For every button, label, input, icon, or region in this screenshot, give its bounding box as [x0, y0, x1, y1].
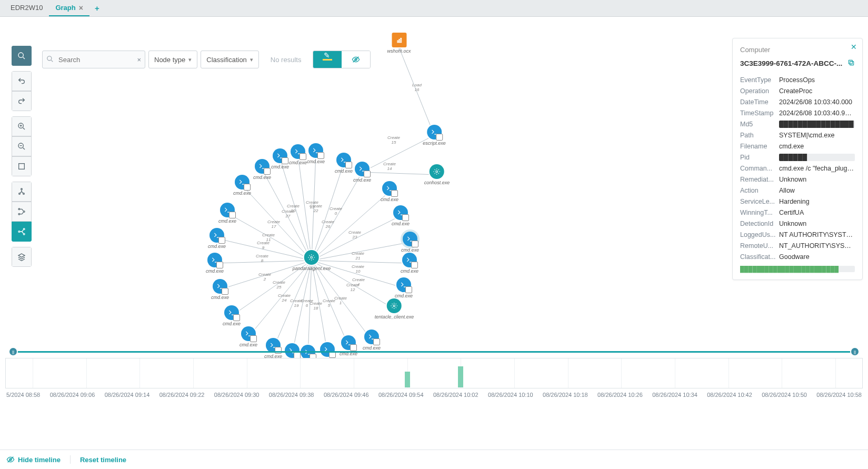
detail-row: RemoteU...NT_AUTHORITY\SYSTEM	[740, 242, 855, 250]
node-label: wshom.ocx	[387, 48, 411, 54]
node-label: pandaraagent.exe	[293, 266, 331, 271]
close-panel-button[interactable]: ✕	[851, 43, 857, 51]
graph-node[interactable]: tentacle_client.exe	[375, 298, 414, 320]
detail-row: DateTime2024/26/08 10:03:40.000	[740, 98, 855, 106]
detail-row: TimeStamp2024/26/08 10:03:40.969492	[740, 109, 855, 117]
hide-timeline-button[interactable]: Hide timeline	[6, 455, 61, 464]
graph-node[interactable]: cmd.exe	[240, 326, 257, 347]
node-label: cmd.exe	[401, 268, 418, 274]
graph-node[interactable]: cmd.exe	[211, 279, 229, 300]
graph-node[interactable]: cmd.exe	[253, 159, 271, 180]
slider-handle-right[interactable]: ||	[850, 347, 860, 356]
edge-label: Create2	[258, 273, 271, 282]
edge-label: Create5	[323, 299, 335, 308]
graph-node[interactable]: cmd.exe	[381, 181, 398, 202]
node-label: cmd.exe	[211, 295, 229, 300]
detail-value: Hardening	[779, 198, 855, 205]
computer-id-value: 3C3E3999-6761-472A-ABCC-...	[740, 59, 842, 67]
graph-node[interactable]: cmd.exe	[401, 232, 419, 253]
detail-row: LoggedUs...NT AUTHORITY\SYSTEM	[740, 231, 855, 238]
details-panel: ✕ Computer 3C3E3999-6761-472A-ABCC-... E…	[732, 38, 863, 280]
node-label: cmd.exe	[392, 221, 410, 226]
detail-key: EventType	[740, 76, 776, 84]
detail-value: ████████████████	[779, 121, 855, 128]
detail-key: Md5	[740, 121, 776, 128]
terminal-icon	[403, 232, 417, 246]
hash-link[interactable]: ████████████████████████	[740, 266, 855, 272]
add-tab-button[interactable]: +	[89, 1, 105, 16]
graph-node[interactable]: cmd.exe	[223, 305, 241, 326]
terminal-icon	[427, 125, 442, 139]
terminal-icon	[308, 143, 323, 158]
node-label: cmd.exe	[218, 218, 236, 224]
detail-row: Pid██████	[740, 154, 855, 161]
tab-edr[interactable]: EDR2W10	[4, 1, 49, 16]
graph-node[interactable]: cmd.exe	[353, 162, 371, 183]
graph-node[interactable]: conhost.exe	[424, 164, 450, 185]
terminal-icon	[241, 326, 256, 341]
graph-node[interactable]: cmd.exe	[218, 203, 236, 224]
detail-key: Comman...	[740, 165, 776, 172]
graph-node[interactable]: cmd.exe	[401, 253, 418, 274]
detail-key: DateTime	[740, 98, 776, 106]
graph-node[interactable]: cmd.exe	[335, 153, 353, 174]
terminal-icon	[209, 228, 224, 243]
gear-icon	[430, 164, 444, 179]
graph-node[interactable]: pandaraagent.exe	[293, 250, 331, 271]
copy-icon[interactable]	[847, 59, 855, 68]
graph-node[interactable]: cmd.exe	[392, 205, 410, 226]
terminal-icon	[396, 277, 411, 292]
graph-node[interactable]: cmd.exe	[208, 228, 226, 249]
node-label: cmd.exe	[223, 321, 241, 326]
detail-key: WinningT...	[740, 209, 776, 216]
detail-value: Allow	[779, 187, 855, 194]
terminal-icon	[355, 162, 370, 176]
node-label: cmd.exe	[335, 168, 353, 174]
terminal-icon	[220, 203, 235, 217]
tick-label: 08/26/2024 09:06	[50, 392, 95, 398]
terminal-icon	[207, 253, 222, 267]
close-icon[interactable]: ×	[79, 4, 83, 12]
edge-label: Load16	[412, 83, 422, 93]
reset-timeline-button[interactable]: Reset timeline	[80, 455, 126, 464]
detail-row: DetectionIdUnknown	[740, 220, 855, 227]
detail-row: ServiceLe...Hardening	[740, 198, 855, 205]
file-icon	[392, 33, 406, 47]
detail-value: Unknown	[779, 176, 855, 183]
edge-label: Create9	[257, 241, 270, 251]
graph-node[interactable]: cmd.exe	[233, 175, 251, 196]
tab-label: EDR2W10	[11, 4, 43, 12]
graph-node[interactable]: wshom.ocx	[387, 33, 411, 54]
tick-label: 08/26/2024 10:26	[597, 392, 643, 398]
node-label: cmd.exe	[395, 293, 413, 298]
tick-label: 08/26/2024 10:10	[488, 392, 533, 398]
edge-label: Create22	[310, 204, 322, 214]
edge-label: Create19	[290, 299, 303, 308]
graph-node[interactable]: cmd.exe	[206, 253, 224, 274]
edge-label: Create21	[352, 252, 364, 261]
button-label: Hide timeline	[18, 456, 61, 464]
graph-node[interactable]: escript.exe	[423, 125, 446, 146]
timeline-chart[interactable]	[5, 358, 863, 388]
slider-handle-left[interactable]: ||	[8, 347, 18, 356]
graph-node[interactable]: cmd.exe	[395, 277, 413, 298]
graph-node[interactable]: cmd.exe	[307, 143, 325, 164]
tick-label: 08/26/2024 10:58	[816, 392, 862, 398]
node-label: cmd.exe	[233, 191, 251, 196]
terminal-icon	[291, 144, 305, 159]
terminal-icon	[255, 159, 270, 174]
detail-value: ██████	[779, 154, 855, 161]
graph-node[interactable]: cmd.exe	[289, 144, 307, 165]
terminal-icon	[213, 279, 227, 294]
graph-node[interactable]: cmd.exe	[271, 148, 289, 169]
detail-row: Comman...cmd.exe /c "fecha_plug.bat"	[740, 165, 855, 172]
detail-row: PathSYSTEM|\cmd.exe	[740, 132, 855, 139]
detail-key: Filename	[740, 143, 776, 150]
panel-section: Computer	[740, 46, 855, 54]
edge-label: Create8	[256, 254, 268, 264]
graph-node[interactable]: cmd.exe	[363, 330, 381, 351]
edge-label: Create23	[348, 231, 361, 240]
tab-graph[interactable]: Graph ×	[49, 1, 89, 16]
timeline-slider[interactable]: || ||	[5, 348, 863, 355]
divider	[70, 455, 71, 464]
